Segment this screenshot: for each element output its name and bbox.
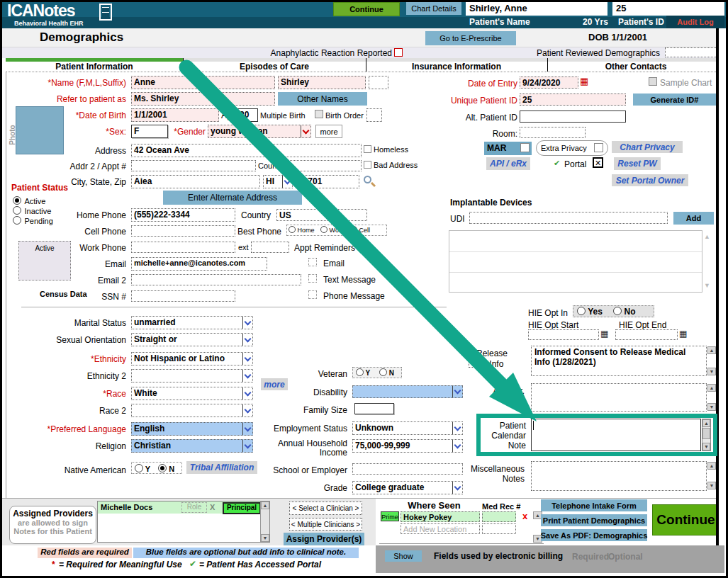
audit-log-button[interactable]: Audit Log — [666, 16, 724, 28]
religion-select[interactable]: Christian — [131, 439, 253, 453]
generate-id-button[interactable]: Generate ID# — [633, 94, 716, 106]
hie-yes-radio[interactable] — [577, 307, 586, 315]
portal-checkbox[interactable]: ✕ — [593, 157, 603, 168]
scroll-up-icon[interactable]: ▲ — [707, 462, 716, 470]
reminder-phone-checkbox[interactable] — [308, 290, 317, 299]
marital-select[interactable]: unmarried — [131, 316, 253, 329]
cell-phone-field[interactable] — [131, 225, 235, 237]
prime-badge[interactable]: Prime — [381, 511, 399, 521]
patient-name-input[interactable]: Shirley, Anne — [466, 1, 607, 16]
scroll-down-icon[interactable]: ▼ — [707, 368, 716, 375]
mar-checkbox[interactable] — [520, 143, 530, 152]
calendar-icon[interactable]: ▦ — [600, 329, 608, 339]
hie-no-radio[interactable] — [613, 307, 622, 315]
scrollbar-thumb[interactable] — [702, 428, 710, 439]
calendar-icon[interactable]: ▦ — [679, 329, 687, 339]
adv-dir-textarea[interactable] — [531, 383, 707, 412]
select-clinician-button[interactable]: < Select a Clinician > — [289, 502, 362, 515]
gender-select[interactable]: young woman — [208, 125, 311, 138]
veteran-no-radio[interactable] — [379, 368, 387, 376]
orientation-select[interactable]: Straight or — [131, 333, 253, 346]
provider-role-chip[interactable]: Role — [181, 502, 207, 513]
country-field[interactable]: US — [276, 209, 367, 221]
bad-address-checkbox[interactable] — [364, 161, 371, 169]
disability-select[interactable] — [352, 385, 463, 398]
school-field[interactable] — [352, 463, 463, 475]
refer-field[interactable]: Ms. Shirley — [131, 92, 275, 106]
race-select[interactable]: White — [131, 387, 253, 400]
ext-field[interactable] — [251, 242, 289, 253]
scroll-up-icon[interactable]: ▲ — [707, 384, 716, 392]
chevron-down-icon[interactable] — [282, 176, 292, 188]
save-pdf-button[interactable]: Save As PDF: Demographics — [541, 529, 647, 541]
provider-row[interactable]: Michelle Docs Role X Principal — [98, 502, 262, 514]
ssn-field[interactable] — [131, 290, 235, 302]
chevron-down-icon[interactable] — [242, 334, 252, 346]
tab-episodes-of-care[interactable]: Episodes of Care — [208, 62, 340, 72]
delete-location-x[interactable]: x — [522, 511, 527, 521]
assign-providers-button[interactable]: Assign Provider(s) — [284, 533, 364, 545]
alt-id-field[interactable] — [520, 110, 626, 123]
hie-start-field[interactable] — [528, 329, 599, 340]
scroll-down-icon[interactable]: ▼ — [707, 403, 716, 411]
birth-order-field[interactable] — [366, 108, 382, 122]
first-name-field[interactable]: Anne — [131, 76, 275, 89]
add-new-location-field[interactable]: Add New Location — [401, 523, 480, 534]
scroll-up-icon[interactable]: ▲ — [704, 233, 710, 240]
city-field[interactable]: Aiea — [131, 175, 260, 188]
ethnicity2-select[interactable] — [131, 369, 253, 382]
tab-other-contacts[interactable]: Other Contacts — [570, 62, 702, 72]
pcn-scrollbar[interactable]: ▲ ▼ — [702, 419, 711, 451]
work-phone-field[interactable] — [131, 242, 235, 253]
room-field[interactable] — [520, 127, 586, 138]
chevron-down-icon[interactable] — [452, 386, 462, 397]
chevron-down-icon[interactable] — [301, 125, 310, 137]
best-phone-home-radio[interactable] — [289, 226, 296, 233]
extra-privacy-checkbox[interactable] — [594, 143, 603, 152]
scroll-down-icon[interactable]: ▼ — [704, 282, 710, 289]
age-field[interactable]: 20 — [237, 108, 258, 122]
sample-chart-checkbox[interactable] — [649, 77, 657, 86]
income-select[interactable]: 75,000-99,999 — [352, 439, 463, 453]
suffix-field[interactable] — [369, 76, 388, 89]
reminder-text-checkbox[interactable] — [308, 274, 317, 283]
best-phone-work-radio[interactable] — [320, 226, 327, 233]
where-seen-location-field[interactable]: Hokey Pokey — [401, 511, 480, 522]
patient-calendar-note-textarea[interactable] — [531, 419, 701, 451]
provider-principal-badge[interactable]: Principal — [223, 502, 261, 514]
chevron-down-icon[interactable] — [242, 353, 252, 365]
family-size-field[interactable] — [354, 403, 394, 414]
release-checkbox[interactable] — [469, 359, 477, 368]
continue-button[interactable]: Continue — [652, 504, 719, 536]
patient-id-input[interactable]: 25 — [612, 1, 724, 16]
calendar-icon[interactable]: ▦ — [580, 76, 588, 86]
veteran-yes-radio[interactable] — [356, 368, 364, 376]
email2-field[interactable] — [131, 274, 301, 285]
provider-remove-x[interactable]: X — [210, 503, 215, 511]
gender-more-button[interactable]: more — [315, 125, 342, 138]
home-phone-field[interactable]: (555)222-3344 — [131, 208, 235, 222]
state-select[interactable]: HI — [263, 175, 293, 188]
continue-top-button[interactable]: Continue — [333, 2, 400, 16]
anaphylactic-checkbox[interactable] — [394, 48, 403, 57]
ethnicity-select[interactable]: Not Hispanic or Latino — [131, 352, 253, 366]
reset-pw-button[interactable]: Reset PW — [614, 157, 661, 170]
telephone-intake-button[interactable]: Telephone Intake Form — [541, 499, 647, 511]
udi-add-button[interactable]: Add — [673, 212, 714, 225]
addr2-field[interactable] — [131, 160, 256, 171]
tab-insurance-information[interactable]: Insurance Information — [391, 62, 522, 72]
api-erx-button[interactable]: API / eRx — [486, 157, 530, 170]
chart-privacy-button[interactable]: Chart Privacy — [612, 141, 683, 153]
dob-field[interactable]: 1/1/2001 — [131, 108, 219, 122]
email-field[interactable]: michelle+anne@icanotes.com — [131, 257, 267, 271]
county-field[interactable] — [288, 160, 362, 171]
med-rec-field-2[interactable] — [482, 523, 516, 534]
udi-field[interactable] — [469, 212, 668, 224]
best-phone-cell-radio[interactable] — [350, 226, 357, 233]
provider-list-scrollbar[interactable]: ▲ ▼ — [260, 502, 269, 542]
med-rec-field[interactable] — [482, 511, 516, 522]
adv-dir-checkbox[interactable] — [515, 397, 525, 406]
sex-field[interactable]: F — [131, 125, 168, 138]
set-portal-owner-button[interactable]: Set Portal Owner — [612, 174, 688, 186]
tribal-affiliation-button[interactable]: Tribal Affiliation — [186, 461, 257, 474]
